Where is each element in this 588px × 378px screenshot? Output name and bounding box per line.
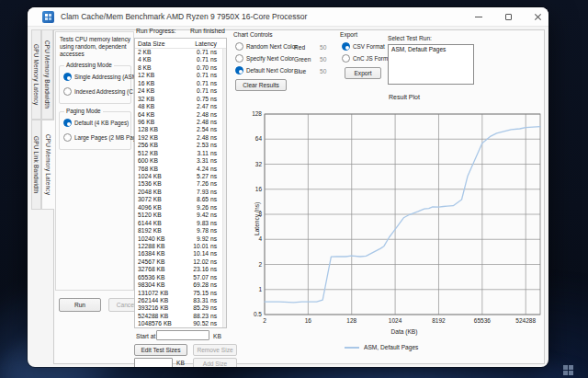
table-row[interactable]: 1536 KB7.26 ns — [135, 180, 226, 188]
table-row[interactable]: 96 KB2.48 ns — [135, 119, 226, 126]
cell-data-size: 8192 KB — [135, 227, 186, 235]
table-row[interactable]: 8192 KB9.78 ns — [135, 227, 226, 235]
table-row[interactable]: 8 KB0.70 ns — [135, 64, 226, 72]
column-latency[interactable]: Latency — [186, 40, 226, 47]
minimize-icon — [475, 17, 482, 17]
cell-latency: 2.48 ns — [186, 111, 226, 119]
cell-data-size: 1024 KB — [135, 173, 186, 180]
table-row[interactable]: 65536 KB57.07 ns — [135, 274, 226, 281]
cell-data-size: 3072 KB — [135, 196, 186, 203]
cell-data-size: 512 KB — [135, 150, 186, 157]
edit-test-sizes-button[interactable]: Edit Test Sizes — [134, 344, 187, 356]
cell-latency: 7.26 ns — [186, 180, 226, 188]
cell-data-size: 2048 KB — [135, 189, 186, 196]
table-row[interactable]: 64 KB2.48 ns — [135, 111, 226, 119]
maximize-button[interactable] — [494, 7, 522, 26]
table-row[interactable]: 192 KB2.48 ns — [135, 134, 226, 142]
minimize-button[interactable] — [465, 7, 492, 26]
table-row[interactable]: 24567 KB12.02 ns — [135, 258, 226, 266]
test-config-panel: Tests CPU memory latency using random, d… — [55, 31, 134, 291]
table-row[interactable]: 10240 KB9.92 ns — [135, 235, 226, 243]
red-label: Red — [294, 44, 305, 51]
tab-cpu-memory-bandwidth[interactable]: CPU Memory Bandwidth — [41, 29, 53, 120]
radio-random-next-color[interactable]: Random Next Color — [235, 42, 297, 51]
radio-default-pages[interactable]: Default (4 KB Pages) — [63, 119, 129, 127]
table-row[interactable]: 32 KB0.75 ns — [135, 96, 226, 103]
radio-icon — [342, 42, 350, 51]
column-data-size[interactable]: Data Size — [135, 40, 186, 47]
radio-specify-next-color[interactable]: Specify Next Color — [235, 54, 294, 63]
svg-text:16: 16 — [305, 317, 312, 324]
run-button[interactable]: Run — [59, 298, 101, 312]
radio-icon — [235, 42, 243, 51]
results-table: Data Size Latency 2 KB0.71 ns4 KB0.71 ns… — [134, 38, 227, 328]
cell-data-size: 5120 KB — [135, 212, 186, 219]
cell-data-size: 256 KB — [135, 142, 186, 149]
table-row[interactable]: 12288 KB10.01 ns — [135, 243, 226, 250]
close-button[interactable] — [524, 7, 548, 26]
table-row[interactable]: 256 KB2.53 ns — [135, 142, 226, 149]
addressing-mode-group: Addressing Mode Single Addressing (ASM) … — [59, 65, 131, 104]
add-size-input[interactable] — [134, 358, 173, 367]
radio-icon — [63, 133, 72, 142]
export-button[interactable]: Export — [345, 67, 381, 79]
table-row[interactable]: 98304 KB69.28 ns — [135, 281, 226, 289]
cell-data-size: 1536 KB — [135, 180, 186, 188]
table-row[interactable]: 393216 KB85.29 ns — [135, 304, 226, 312]
cell-latency: 23.16 ns — [186, 266, 226, 273]
table-row[interactable]: 2 KB0.71 ns — [135, 49, 226, 56]
plot-title: Result Plot — [331, 94, 478, 100]
table-row[interactable]: 1048576 KB90.52 ns — [135, 320, 226, 327]
clear-results-button[interactable]: Clear Results — [235, 79, 287, 91]
table-row[interactable]: 262144 KB83.31 ns — [135, 297, 226, 304]
cell-data-size: 32 KB — [135, 96, 186, 103]
tab-gpu-memory-latency[interactable]: GPU Memory Latency — [31, 29, 41, 120]
tab-gpu-link-bandwidth[interactable]: GPU Link Bandwidth — [31, 120, 41, 210]
table-row[interactable]: 24 KB0.71 ns — [135, 87, 226, 95]
start-at-input[interactable] — [156, 330, 209, 340]
cell-data-size: 600 KB — [135, 157, 186, 165]
table-row[interactable]: 32768 KB23.16 ns — [135, 266, 226, 273]
table-row[interactable]: 16384 KB10.14 ns — [135, 250, 226, 258]
table-header[interactable]: Data Size Latency — [135, 39, 226, 49]
tab-cpu-memory-latency[interactable]: CPU Memory Latency — [41, 120, 54, 210]
cell-latency: 0.71 ns — [186, 49, 226, 56]
cell-latency: 0.71 ns — [186, 87, 226, 95]
radio-large-pages[interactable]: Large Pages (2 MB Pages) — [63, 133, 144, 142]
table-row[interactable]: 2048 KB7.93 ns — [135, 189, 226, 196]
cell-latency: 3.31 ns — [186, 157, 226, 165]
blue-value: 50 — [320, 68, 326, 74]
table-row[interactable]: 4 KB0.71 ns — [135, 56, 226, 63]
export-title: Export — [340, 31, 357, 38]
radio-single-addressing[interactable]: Single Addressing (ASM) — [63, 73, 139, 81]
table-row[interactable]: 600 KB3.31 ns — [135, 157, 226, 165]
table-row[interactable]: 512 KB3.11 ns — [135, 150, 226, 157]
cell-latency: 57.07 ns — [186, 274, 226, 281]
radio-csv-format[interactable]: CSV Format — [342, 42, 385, 51]
cell-data-size: 32768 KB — [135, 266, 186, 273]
cell-data-size: 48 KB — [135, 103, 186, 110]
cell-data-size: 524288 KB — [135, 313, 186, 320]
table-row[interactable]: 12 KB0.71 ns — [135, 72, 226, 79]
test-run-listbox[interactable]: ASM, Default Pages — [388, 44, 474, 85]
select-test-run-label: Select Test Run: — [388, 35, 432, 41]
table-row[interactable]: 5120 KB9.42 ns — [135, 212, 226, 219]
radio-default-next-color[interactable]: Default Next Color — [235, 66, 293, 74]
table-row[interactable]: 128 KB2.54 ns — [135, 126, 226, 133]
list-item[interactable]: ASM, Default Pages — [389, 45, 473, 53]
table-row[interactable]: 16 KB0.71 ns — [135, 80, 226, 87]
table-row[interactable]: 1024 KB5.27 ns — [135, 173, 226, 180]
svg-text:2: 2 — [258, 261, 262, 268]
table-row[interactable]: 131072 KB75.15 ns — [135, 290, 226, 297]
table-row[interactable]: 3072 KB8.65 ns — [135, 196, 226, 203]
cell-latency: 0.75 ns — [186, 96, 226, 103]
table-row[interactable]: 768 KB4.24 ns — [135, 166, 226, 173]
title-bar[interactable]: Clam Cache/Mem Benchmark AMD Ryzen 9 795… — [28, 7, 548, 27]
table-row[interactable]: 48 KB2.47 ns — [135, 103, 226, 110]
table-scrollbar[interactable] — [222, 49, 226, 327]
table-row[interactable]: 524288 KB88.23 ns — [135, 313, 226, 320]
table-row[interactable]: 4096 KB9.26 ns — [135, 204, 226, 212]
maximize-icon — [505, 14, 512, 20]
radio-cnc-js-format[interactable]: CnC JS Format — [342, 54, 392, 63]
table-row[interactable]: 6144 KB9.83 ns — [135, 220, 226, 227]
